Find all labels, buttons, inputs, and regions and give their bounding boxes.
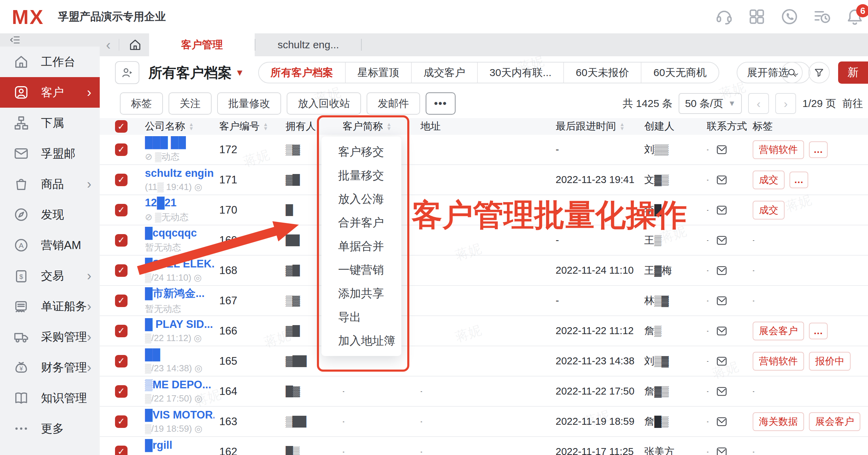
send-email-button[interactable] bbox=[715, 265, 728, 276]
send-email-button[interactable] bbox=[715, 355, 728, 367]
sidebar-collapse-button[interactable] bbox=[0, 33, 100, 47]
company-name-link[interactable]: █市新鸿金... bbox=[145, 286, 205, 301]
company-name-link[interactable]: █ PLAY SID... bbox=[145, 318, 213, 331]
sidebar-item-fumeng-mail[interactable]: 孚盟邮 bbox=[0, 138, 100, 169]
column-header-label: 联系方式 bbox=[707, 119, 747, 133]
select-all-checkbox[interactable] bbox=[115, 120, 128, 133]
menu-item-5[interactable]: 单据合并 bbox=[321, 234, 401, 258]
search-button[interactable] bbox=[781, 62, 803, 83]
row-checkbox[interactable] bbox=[115, 204, 128, 216]
row-checkbox[interactable] bbox=[115, 143, 128, 156]
headset-button[interactable] bbox=[714, 7, 734, 26]
company-name-link[interactable]: ▒ME DEPO... bbox=[145, 379, 211, 391]
sort-icon[interactable]: ▲▼ bbox=[386, 122, 392, 131]
more-tags-button[interactable]: ... bbox=[809, 141, 828, 158]
company-name-link[interactable]: ██ bbox=[145, 348, 202, 361]
sidebar-item-shipping-docs[interactable]: 单证船务› bbox=[0, 291, 100, 322]
menu-item-1[interactable]: 客户移交 bbox=[321, 140, 401, 164]
quick-filter-4[interactable]: 30天内有联... bbox=[478, 63, 564, 83]
prev-page-button[interactable]: ‹ bbox=[748, 93, 769, 114]
send-email-button[interactable] bbox=[715, 204, 728, 216]
column-header[interactable]: 最后跟进时间▲▼ bbox=[541, 119, 637, 133]
menu-item-2[interactable]: 批量移交 bbox=[321, 164, 401, 187]
next-page-button[interactable]: › bbox=[775, 93, 796, 114]
company-name-link[interactable]: ███ ██ bbox=[145, 136, 186, 149]
send-email-button[interactable] bbox=[715, 325, 728, 337]
company-name-link[interactable]: █VIS MOTOR... bbox=[145, 409, 214, 421]
action-button-1[interactable]: 标签 bbox=[120, 92, 163, 115]
home-tab-button[interactable] bbox=[121, 33, 149, 56]
sidebar-item-trade[interactable]: $交易› bbox=[0, 260, 100, 291]
company-name-link[interactable]: 12█21 bbox=[145, 197, 188, 209]
column-header[interactable]: 公司名称▲▼ bbox=[134, 119, 214, 133]
menu-item-3[interactable]: 放入公海 bbox=[321, 187, 401, 211]
filter-button[interactable] bbox=[808, 62, 830, 83]
sidebar-item-knowledge[interactable]: 知识管理 bbox=[0, 383, 100, 413]
column-header[interactable]: 客户编号▲▼ bbox=[214, 119, 282, 133]
send-email-button[interactable] bbox=[715, 144, 728, 156]
company-name-link[interactable]: schultz engin... bbox=[145, 167, 214, 180]
sort-icon[interactable]: ▲▼ bbox=[263, 122, 268, 131]
sidebar-item-marketing-am[interactable]: A营销AM bbox=[0, 230, 100, 260]
row-checkbox[interactable] bbox=[115, 264, 128, 277]
more-tags-button[interactable]: ... bbox=[789, 172, 808, 188]
row-checkbox[interactable] bbox=[115, 385, 128, 398]
page-size-select[interactable]: 50 条/页 ▼ bbox=[679, 93, 742, 114]
quick-filter-1[interactable]: 所有客户档案 bbox=[259, 63, 346, 83]
quick-filter-5[interactable]: 60天未报价 bbox=[564, 63, 641, 83]
sidebar-item-finance[interactable]: ¥财务管理› bbox=[0, 352, 100, 383]
row-checkbox[interactable] bbox=[115, 446, 128, 455]
company-name-link[interactable]: █cqqcqqc bbox=[145, 227, 197, 239]
action-button-5[interactable]: 发邮件 bbox=[367, 92, 420, 115]
more-tags-button[interactable]: ... bbox=[809, 323, 828, 339]
sidebar-item-purchasing[interactable]: 采购管理› bbox=[0, 322, 100, 352]
row-checkbox[interactable] bbox=[115, 295, 128, 307]
company-name-link[interactable]: █rgill bbox=[145, 439, 200, 452]
quick-filter-2[interactable]: 星标置顶 bbox=[346, 63, 412, 83]
company-name-link[interactable]: █STEL ELEK... bbox=[145, 258, 214, 270]
action-button-3[interactable]: 批量修改 bbox=[217, 92, 281, 115]
menu-item-6[interactable]: 一键营销 bbox=[321, 258, 401, 282]
sort-icon[interactable]: ▲▼ bbox=[189, 122, 194, 131]
back-button[interactable]: ‹ bbox=[100, 33, 117, 56]
tasklist-button[interactable] bbox=[812, 7, 832, 26]
sidebar-item-customers[interactable]: 客户› bbox=[0, 77, 100, 108]
grid-button[interactable] bbox=[747, 7, 767, 26]
row-checkbox[interactable] bbox=[115, 325, 128, 337]
sidebar-item-discover[interactable]: 发现 bbox=[0, 199, 100, 230]
send-email-button[interactable] bbox=[715, 446, 728, 455]
phone-button[interactable] bbox=[780, 7, 799, 26]
tab-1[interactable]: 客户管理 bbox=[149, 33, 255, 56]
bell-button[interactable]: 6 bbox=[845, 7, 865, 26]
owner-scope-button[interactable] bbox=[115, 61, 139, 84]
menu-item-8[interactable]: 导出 bbox=[321, 305, 401, 329]
more-actions-button[interactable]: ••• bbox=[426, 92, 456, 115]
action-button-4[interactable]: 放入回收站 bbox=[287, 92, 361, 115]
send-email-button[interactable] bbox=[715, 295, 728, 307]
send-email-button[interactable] bbox=[715, 174, 728, 186]
row-checkbox[interactable] bbox=[115, 174, 128, 186]
new-customer-button[interactable]: 新 bbox=[838, 61, 868, 84]
send-email-button[interactable] bbox=[715, 416, 728, 428]
send-email-button[interactable] bbox=[715, 386, 728, 397]
finance-icon: ¥ bbox=[13, 359, 29, 375]
sidebar-item-subordinates[interactable]: 下属 bbox=[0, 108, 100, 138]
column-header[interactable]: 客户简称▲▼ bbox=[334, 119, 411, 133]
quick-filter-3[interactable]: 成交客户 bbox=[412, 63, 478, 83]
quick-filter-6[interactable]: 60天无商机 bbox=[641, 63, 718, 83]
row-checkbox[interactable] bbox=[115, 355, 128, 367]
sidebar-item-goods[interactable]: 商品› bbox=[0, 169, 100, 199]
action-button-2[interactable]: 关注 bbox=[169, 92, 212, 115]
sort-icon[interactable]: ▲▼ bbox=[620, 122, 625, 131]
sidebar-item-workbench[interactable]: 工作台 bbox=[0, 47, 100, 77]
tab-2[interactable]: schultz eng... bbox=[255, 33, 361, 56]
view-selector[interactable]: 所有客户档案 ▼ bbox=[148, 63, 244, 82]
menu-item-9[interactable]: 加入地址簿 bbox=[321, 329, 401, 353]
send-email-button[interactable] bbox=[715, 234, 728, 246]
row-checkbox[interactable] bbox=[115, 234, 128, 247]
menu-item-4[interactable]: 合并客户 bbox=[321, 211, 401, 234]
sidebar-item-more[interactable]: 更多 bbox=[0, 413, 100, 444]
row-checkbox[interactable] bbox=[115, 415, 128, 428]
menu-item-7[interactable]: 添加共享 bbox=[321, 282, 401, 305]
creator-name: 文▓▒ bbox=[637, 173, 699, 187]
